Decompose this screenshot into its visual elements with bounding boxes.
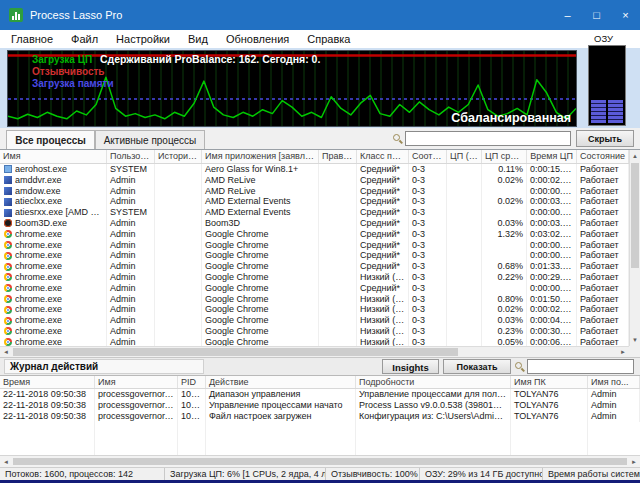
cell-app-name: Aero Glass for Win8.1+ <box>202 164 319 175</box>
scroll-left-icon[interactable]: ◄ <box>1 347 11 357</box>
column-header-name[interactable]: Имя <box>95 376 178 388</box>
vertical-scrollbar[interactable]: ▲ ▼ <box>629 150 640 346</box>
table-row[interactable]: chrome.exe Admin Google Chrome Средний* … <box>0 261 629 272</box>
cell-priority-class: Средний* <box>357 261 409 272</box>
maximize-button[interactable]: □ <box>582 0 611 30</box>
column-header-rules[interactable]: Правила <box>319 150 357 163</box>
cell-affinity: 0-3 <box>409 326 447 337</box>
tab-active-processes[interactable]: Активные процессы <box>95 130 205 149</box>
column-header-action[interactable]: Действие <box>206 376 356 388</box>
cell-cpu-time: 0:00:29.843 <box>527 272 577 283</box>
table-row[interactable]: chrome.exe Admin Google Chrome Низкий (м… <box>0 304 629 315</box>
column-header-restraint-history[interactable]: История сдер... <box>155 150 202 163</box>
column-header-priority-class[interactable]: Класс приор... <box>357 150 409 163</box>
column-header-cpu-time[interactable]: Время ЦП <box>527 150 577 163</box>
log-table-header: Время Имя PID Действие Подробности Имя П… <box>0 376 640 389</box>
cell-affinity: 0-3 <box>409 294 447 305</box>
log-row[interactable]: 22-11-2018 09:50:38 processgovernor.exe … <box>0 389 640 400</box>
close-button[interactable]: × <box>611 0 640 30</box>
table-row[interactable]: aerohost.exe SYSTEM Aero Glass for Win8.… <box>0 164 629 175</box>
table-row[interactable]: amdow.exe Admin AMD ReLive Средний* 0-3 … <box>0 186 629 197</box>
scroll-down-icon[interactable]: ▼ <box>630 335 640 345</box>
table-row[interactable]: chrome.exe Admin Google Chrome Низкий (м… <box>0 272 629 283</box>
log-panel-title: Журнал действий <box>10 358 98 375</box>
bottom-horizontal-scrollbar[interactable]: ◄ ► <box>0 455 640 467</box>
table-row[interactable]: atiesrxx.exe [AMD External Even... SYSTE… <box>0 207 629 218</box>
menu-file[interactable]: Файл <box>62 30 107 48</box>
process-icon <box>4 241 12 249</box>
cell-cpu <box>447 240 482 251</box>
menu-help[interactable]: Справка <box>298 30 359 48</box>
cell-cpu <box>447 326 482 337</box>
cell-cpu-avg: 0.02% <box>482 175 527 186</box>
cell-rules <box>319 272 357 283</box>
cell-cpu-time: 0:00:00.046 <box>527 207 577 218</box>
cell-user: Admin <box>107 186 155 197</box>
table-row[interactable]: chrome.exe Admin Google Chrome Низкий (м… <box>0 337 629 346</box>
table-row[interactable]: chrome.exe Admin Google Chrome Средний* … <box>0 283 629 294</box>
process-icon <box>4 176 12 184</box>
cell-user: Admin <box>107 218 155 229</box>
cell-status: Работает <box>577 304 629 315</box>
scrollbar-thumb[interactable] <box>13 458 627 465</box>
hide-graph-button[interactable]: Скрыть график <box>576 130 634 147</box>
cell-cpu <box>447 250 482 261</box>
scroll-up-icon[interactable]: ▲ <box>630 151 640 161</box>
cell-name: processgovernor.exe <box>95 389 178 400</box>
menu-main[interactable]: Главное <box>2 30 62 48</box>
table-row[interactable]: chrome.exe Admin Google Chrome Средний* … <box>0 240 629 251</box>
cell-rules <box>319 304 357 315</box>
cell-affinity: 0-3 <box>409 337 447 346</box>
show-log-button[interactable]: Показать журнал <box>443 359 511 374</box>
column-header-cpu[interactable]: ЦП (%) <box>447 150 482 163</box>
scroll-right-icon[interactable]: ► <box>629 457 639 467</box>
column-header-status[interactable]: Состояние <box>577 150 629 163</box>
insights-button[interactable]: Insights <box>382 359 439 374</box>
column-header-user[interactable]: Пользователь <box>107 150 155 163</box>
table-row[interactable]: chrome.exe Admin Google Chrome Средний* … <box>0 250 629 261</box>
column-header-time[interactable]: Время <box>0 376 95 388</box>
cell-cpu <box>447 294 482 305</box>
table-row[interactable]: Boom3D.exe Admin Boom3D Средний* 0-3 0.0… <box>0 218 629 229</box>
column-header-pc-name[interactable]: Имя ПК <box>511 376 588 388</box>
table-row[interactable]: chrome.exe Admin Google Chrome Низкий (м… <box>0 294 629 305</box>
tab-all-processes[interactable]: Все процессы <box>6 130 95 149</box>
column-header-name[interactable]: Имя <box>0 150 107 163</box>
cell-priority-class: Средний* <box>357 240 409 251</box>
column-header-pid[interactable]: PID <box>178 376 206 388</box>
table-row[interactable]: chrome.exe Admin Google Chrome Средний* … <box>0 229 629 240</box>
cell-restraint-history <box>155 283 202 294</box>
table-row[interactable]: chrome.exe Admin Google Chrome Низкий (м… <box>0 315 629 326</box>
search-icon <box>393 134 403 144</box>
status-bar: Потоков: 1600, процессов: 142 Загрузка Ц… <box>0 467 640 481</box>
process-search-input[interactable] <box>405 131 571 146</box>
cell-cpu-time: 0:03:02.828 <box>527 229 577 240</box>
log-row[interactable]: 22-11-2018 09:50:38 processgovernor.exe … <box>0 411 640 422</box>
cell-cpu-avg <box>482 283 527 294</box>
minimize-button[interactable]: – <box>553 0 582 30</box>
menu-updates[interactable]: Обновления <box>217 30 298 48</box>
menu-settings[interactable]: Настройки <box>107 30 179 48</box>
cell-cpu-avg: 0.02% <box>482 304 527 315</box>
menu-view[interactable]: Вид <box>179 30 217 48</box>
scrollbar-thumb[interactable] <box>631 163 639 268</box>
horizontal-scrollbar[interactable]: ◄ ► <box>0 346 629 357</box>
log-search-input[interactable] <box>527 359 634 374</box>
cell-restraint-history <box>155 218 202 229</box>
scrollbar-thumb[interactable] <box>13 348 458 356</box>
cell-status: Работает <box>577 337 629 346</box>
column-header-details[interactable]: Подробности <box>356 376 511 388</box>
column-header-cpu-avg[interactable]: ЦП средн. <box>482 150 527 163</box>
column-header-affinity[interactable]: Соответст... <box>409 150 447 163</box>
column-header-user-name[interactable]: Имя по... <box>588 376 640 388</box>
cell-affinity: 0-3 <box>409 315 447 326</box>
cell-priority-class: Средний* <box>357 207 409 218</box>
table-row[interactable]: atieclxx.exe Admin AMD External Events С… <box>0 196 629 207</box>
table-row[interactable]: chrome.exe Admin Google Chrome Низкий (м… <box>0 326 629 337</box>
scroll-right-icon[interactable]: ► <box>618 347 628 357</box>
log-row[interactable]: 22-11-2018 09:50:38 processgovernor.exe … <box>0 400 640 411</box>
cpu-graph[interactable]: Загрузка ЦП Отзывчивость Загрузка памяти… <box>7 50 577 127</box>
column-header-app-name[interactable]: Имя приложения [заявленное] <box>202 150 319 163</box>
table-row[interactable]: amddvr.exe Admin AMD ReLive Средний* 0-3… <box>0 175 629 186</box>
scroll-left-icon[interactable]: ◄ <box>1 457 11 467</box>
